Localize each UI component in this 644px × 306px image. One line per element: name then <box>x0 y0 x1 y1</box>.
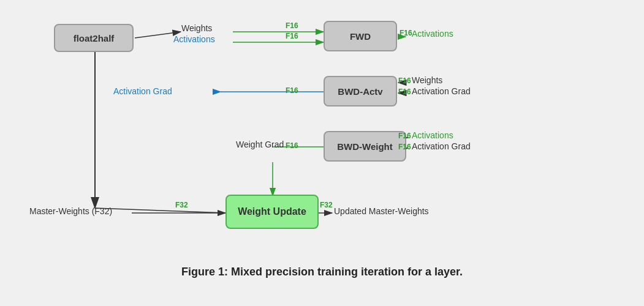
f16-bw1-label: F16 <box>286 86 298 95</box>
caption: Figure 1: Mixed precision training itera… <box>0 263 644 281</box>
f16-out-label: F16 <box>400 29 412 37</box>
f16-bww3-label: F16 <box>398 143 411 151</box>
bwd-actv-box: BWD-Actv <box>324 76 397 106</box>
weight-grad-label: Weight Grad <box>236 140 284 149</box>
f16-a-label: F16 <box>286 32 298 40</box>
activations-in-label: Activations <box>173 34 215 44</box>
float2half-box: float2half <box>54 24 134 52</box>
act-grad-right2-label: Activation Grad <box>412 141 471 151</box>
svg-line-8 <box>95 208 227 213</box>
weights-in-label: Weights <box>181 23 212 33</box>
f16-bw3-label: F16 <box>398 88 411 96</box>
f16-bww2-label: F16 <box>398 132 411 140</box>
weights-right-label: Weights <box>412 75 442 85</box>
f16-bw2-label: F16 <box>398 76 411 85</box>
activations-right2-label: Activations <box>412 130 453 140</box>
f32-out-label: F32 <box>320 201 333 209</box>
act-grad-left-label: Activation Grad <box>113 86 172 96</box>
f16-bww1-label: F16 <box>286 141 298 150</box>
fwd-box: FWD <box>324 21 397 51</box>
activations-out-label: Activations <box>412 29 453 39</box>
f32-in-label: F32 <box>175 201 188 209</box>
diagram-container: float2half FWD BWD-Actv BWD-Weight Weigh… <box>0 0 644 263</box>
act-grad-right-label: Activation Grad <box>412 86 471 96</box>
master-weights-label: Master-Weights (F32) <box>29 206 112 216</box>
bwd-weight-box: BWD-Weight <box>324 131 406 162</box>
weight-update-box: Weight Update <box>225 195 319 229</box>
f16-w-label: F16 <box>286 21 298 30</box>
updated-master-label: Updated Master-Weights <box>334 206 429 216</box>
